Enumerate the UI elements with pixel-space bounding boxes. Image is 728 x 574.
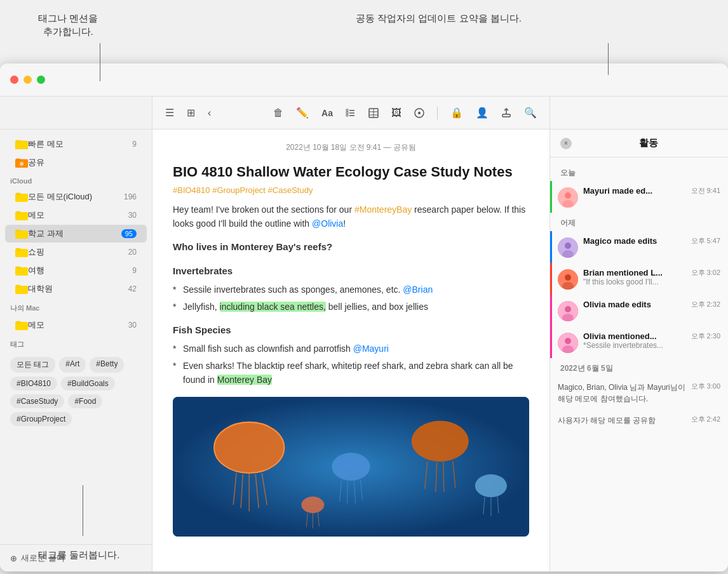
share-toolbar-icon [414, 108, 424, 118]
format-button[interactable]: Aa [319, 105, 335, 121]
sidebar-badge: 95 [121, 229, 137, 238]
sidebar-item-mac-memo[interactable]: 메모 30 [5, 316, 147, 334]
activity-time: 오후 3:02 [691, 268, 720, 277]
activity-indicator [550, 263, 552, 295]
sidebar-toolbar [0, 97, 152, 130]
activity-indicator [550, 326, 552, 358]
mac-section-label: 나의 Mac [0, 298, 152, 316]
sidebar-item-memo[interactable]: 메모 30 [5, 206, 147, 224]
activity-summary-1[interactable]: Magico, Brian, Olivia 님과 Mayuri님이 해당 메모에… [550, 377, 728, 410]
svg-point-42 [332, 453, 370, 481]
person-button[interactable]: 👤 [473, 104, 491, 121]
activity-info: Brian mentioned L... "If this looks good… [583, 268, 687, 286]
activity-item-olivia-mention[interactable]: Olivia mentioned... *Sessile invertebrat… [550, 326, 728, 358]
image-button[interactable]: 🖼 [389, 105, 404, 121]
sidebar-item-school[interactable]: 학교 과제 95 [5, 225, 147, 243]
activity-item-mayuri[interactable]: Mayuri made ed... 오전 9:41 [550, 181, 728, 213]
sidebar-footer: ⊕ 새로운 폴더 [0, 544, 152, 571]
search-button[interactable]: 🔍 [522, 104, 539, 121]
tag-betty[interactable]: #Betty [90, 357, 124, 373]
sidebar-label: 쇼핑 [28, 246, 128, 258]
back-button[interactable]: ‹ [205, 105, 213, 121]
grid-view-button[interactable]: ⊞ [184, 104, 198, 121]
activity-scroll: 오늘 Mayuri made ed... 오전 9 [550, 157, 728, 571]
compose-button[interactable]: ✏️ [293, 104, 311, 121]
avatar-face [558, 333, 578, 353]
checklist-button[interactable] [343, 105, 358, 121]
note-panel: ☰ ⊞ ‹ 🗑 ✏️ Aa [152, 97, 550, 571]
activity-summary-2[interactable]: 사용자가 해당 메모를 공유함 오후 2:42 [550, 410, 728, 431]
avatar-olivia2 [558, 333, 578, 353]
mention-olivia: @Olivia [312, 218, 343, 229]
svg-point-47 [412, 421, 469, 462]
delete-button[interactable]: 🗑 [271, 105, 286, 121]
svg-point-73 [565, 338, 571, 344]
folder-icon [15, 139, 28, 149]
today-label: 오늘 [550, 163, 728, 181]
yesterday-label: 어제 [550, 213, 728, 231]
activity-item-magico[interactable]: Magico made edits 오후 5:47 [550, 231, 728, 263]
view-toolbar-group: ☰ ⊞ ‹ [163, 104, 213, 121]
svg-rect-23 [346, 109, 348, 111]
activity-item-brian[interactable]: Brian mentioned L... "If this looks good… [550, 263, 728, 295]
new-folder-button[interactable]: ⊕ 새로운 폴더 [10, 552, 65, 564]
tag-buildgoals[interactable]: #BuildGoals [61, 377, 115, 390]
sidebar-item-shopping[interactable]: 쇼핑 20 [5, 243, 147, 261]
activity-item-olivia-edits[interactable]: Olivia made edits 오후 2:32 [550, 295, 728, 326]
sidebar-item-shared[interactable]: 공유 [5, 154, 147, 171]
export-button[interactable] [499, 105, 514, 121]
minimize-button[interactable] [24, 76, 32, 84]
activity-preview: "If this looks good I'll... [583, 277, 687, 286]
table-icon [368, 108, 379, 118]
toolbar-divider [437, 107, 438, 119]
activity-summary-text-1: Magico, Brian, Olivia 님과 Mayuri님이 해당 메모에… [558, 382, 687, 404]
icloud-section-label: iCloud [0, 172, 152, 187]
folder-mac-icon [15, 320, 28, 330]
sidebar-count: 9 [132, 266, 137, 275]
sidebar-label: 여행 [28, 265, 132, 276]
sidebar-item-grad[interactable]: 대학원 42 [5, 280, 147, 298]
tag-all[interactable]: 모든 태그 [10, 357, 55, 373]
avatar-brian [558, 269, 578, 290]
svg-rect-2 [16, 140, 20, 142]
avatar-olivia [558, 301, 578, 321]
avatar-magico [558, 237, 578, 258]
sidebar-label: 메모 [28, 210, 128, 221]
svg-rect-17 [16, 285, 20, 287]
svg-point-5 [20, 162, 24, 166]
sidebar-item-travel[interactable]: 여행 9 [5, 262, 147, 279]
tag-casestudy[interactable]: #CaseStudy [10, 394, 64, 408]
list-view-button[interactable]: ☰ [163, 104, 177, 121]
activity-preview: *Sessile invertebrates... [583, 341, 687, 350]
sidebar: 빠른 메모 9 공유 iCloud [0, 97, 152, 571]
title-bar [0, 63, 728, 97]
folder-shared-icon [15, 157, 28, 168]
activity-close-button[interactable]: × [560, 138, 572, 149]
content-area: 빠른 메모 9 공유 iCloud [0, 97, 728, 571]
table-button[interactable] [366, 105, 381, 121]
folder-travel-icon [15, 265, 28, 276]
tags-section: 모든 태그 #Art #Betty #BIO4810 #BuildGoals #… [0, 352, 152, 431]
tag-bio4810[interactable]: #BIO4810 [10, 377, 57, 390]
tag-food[interactable]: #Food [68, 394, 102, 408]
sidebar-label: 공유 [28, 157, 137, 168]
section-heading-1: Who lives in Monterey Bay's reefs? [173, 239, 529, 255]
share-icon-btn[interactable] [412, 105, 427, 121]
activity-time: 오후 5:47 [691, 236, 720, 246]
sidebar-item-quick-notes[interactable]: 빠른 메모 9 [5, 135, 147, 153]
svg-point-31 [418, 112, 421, 114]
svg-rect-32 [502, 114, 510, 117]
tag-groupproject[interactable]: #GroupProject [10, 412, 72, 426]
tag-art[interactable]: #Art [59, 357, 86, 373]
lock-button[interactable]: 🔒 [448, 104, 466, 121]
note-content: 2022년 10월 18일 오전 9:41 — 공유됨 BIO 4810 Sha… [152, 130, 549, 571]
fullscreen-button[interactable] [37, 76, 45, 84]
fish-list: Small fish such as clownfish and parrotf… [173, 342, 529, 387]
sidebar-item-all-icloud[interactable]: 모든 메모(iCloud) 196 [5, 188, 147, 206]
activity-name: Olivia mentioned... [583, 331, 687, 341]
activity-time-2: 오후 2:42 [691, 415, 720, 424]
folder-all-icon [15, 192, 28, 202]
highlight-monterey: Monterey Bay [217, 375, 272, 385]
close-button[interactable] [10, 76, 18, 84]
app-window: 빠른 메모 9 공유 iCloud [0, 63, 728, 571]
